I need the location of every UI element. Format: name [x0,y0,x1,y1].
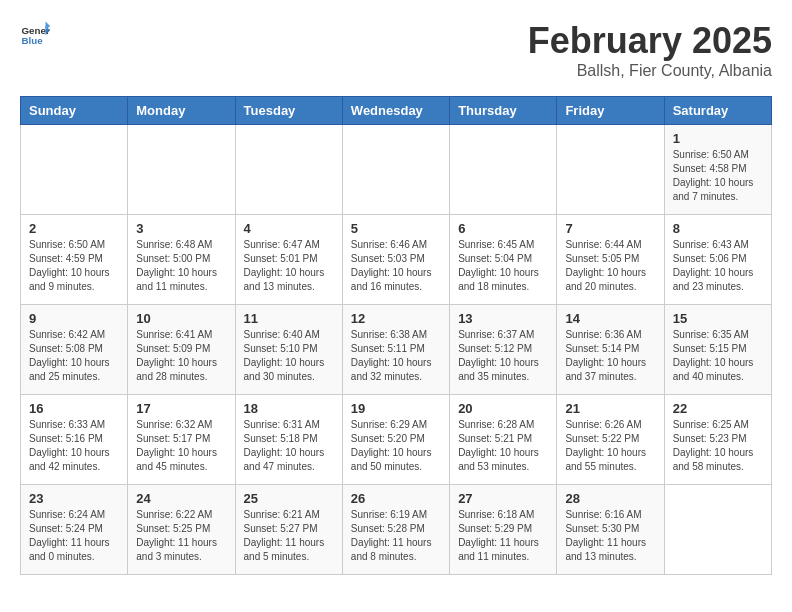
calendar-subtitle: Ballsh, Fier County, Albania [528,62,772,80]
day-number: 25 [244,491,334,506]
header-thursday: Thursday [450,97,557,125]
day-info: Sunrise: 6:24 AM Sunset: 5:24 PM Dayligh… [29,508,119,564]
day-info: Sunrise: 6:21 AM Sunset: 5:27 PM Dayligh… [244,508,334,564]
day-number: 11 [244,311,334,326]
table-row [450,125,557,215]
table-row: 1Sunrise: 6:50 AM Sunset: 4:58 PM Daylig… [664,125,771,215]
day-info: Sunrise: 6:22 AM Sunset: 5:25 PM Dayligh… [136,508,226,564]
weekday-header-row: Sunday Monday Tuesday Wednesday Thursday… [21,97,772,125]
page-header: General Blue February 2025 Ballsh, Fier … [20,20,772,80]
day-info: Sunrise: 6:25 AM Sunset: 5:23 PM Dayligh… [673,418,763,474]
header-friday: Friday [557,97,664,125]
day-number: 14 [565,311,655,326]
table-row: 6Sunrise: 6:45 AM Sunset: 5:04 PM Daylig… [450,215,557,305]
week-row-1: 2Sunrise: 6:50 AM Sunset: 4:59 PM Daylig… [21,215,772,305]
header-saturday: Saturday [664,97,771,125]
table-row: 23Sunrise: 6:24 AM Sunset: 5:24 PM Dayli… [21,485,128,575]
day-info: Sunrise: 6:35 AM Sunset: 5:15 PM Dayligh… [673,328,763,384]
table-row: 22Sunrise: 6:25 AM Sunset: 5:23 PM Dayli… [664,395,771,485]
day-info: Sunrise: 6:32 AM Sunset: 5:17 PM Dayligh… [136,418,226,474]
table-row: 16Sunrise: 6:33 AM Sunset: 5:16 PM Dayli… [21,395,128,485]
table-row: 2Sunrise: 6:50 AM Sunset: 4:59 PM Daylig… [21,215,128,305]
calendar-table: Sunday Monday Tuesday Wednesday Thursday… [20,96,772,575]
table-row [557,125,664,215]
table-row: 15Sunrise: 6:35 AM Sunset: 5:15 PM Dayli… [664,305,771,395]
table-row: 9Sunrise: 6:42 AM Sunset: 5:08 PM Daylig… [21,305,128,395]
table-row: 26Sunrise: 6:19 AM Sunset: 5:28 PM Dayli… [342,485,449,575]
table-row [21,125,128,215]
logo: General Blue [20,20,50,50]
table-row: 27Sunrise: 6:18 AM Sunset: 5:29 PM Dayli… [450,485,557,575]
day-number: 1 [673,131,763,146]
table-row: 7Sunrise: 6:44 AM Sunset: 5:05 PM Daylig… [557,215,664,305]
table-row: 24Sunrise: 6:22 AM Sunset: 5:25 PM Dayli… [128,485,235,575]
table-row: 19Sunrise: 6:29 AM Sunset: 5:20 PM Dayli… [342,395,449,485]
table-row: 3Sunrise: 6:48 AM Sunset: 5:00 PM Daylig… [128,215,235,305]
day-number: 24 [136,491,226,506]
day-number: 4 [244,221,334,236]
day-info: Sunrise: 6:47 AM Sunset: 5:01 PM Dayligh… [244,238,334,294]
table-row [235,125,342,215]
day-info: Sunrise: 6:18 AM Sunset: 5:29 PM Dayligh… [458,508,548,564]
table-row: 13Sunrise: 6:37 AM Sunset: 5:12 PM Dayli… [450,305,557,395]
calendar-title: February 2025 [528,20,772,62]
table-row: 21Sunrise: 6:26 AM Sunset: 5:22 PM Dayli… [557,395,664,485]
day-info: Sunrise: 6:36 AM Sunset: 5:14 PM Dayligh… [565,328,655,384]
day-number: 10 [136,311,226,326]
day-number: 20 [458,401,548,416]
week-row-3: 16Sunrise: 6:33 AM Sunset: 5:16 PM Dayli… [21,395,772,485]
table-row: 5Sunrise: 6:46 AM Sunset: 5:03 PM Daylig… [342,215,449,305]
day-number: 12 [351,311,441,326]
table-row [128,125,235,215]
table-row: 17Sunrise: 6:32 AM Sunset: 5:17 PM Dayli… [128,395,235,485]
day-info: Sunrise: 6:42 AM Sunset: 5:08 PM Dayligh… [29,328,119,384]
day-number: 3 [136,221,226,236]
day-number: 23 [29,491,119,506]
day-number: 22 [673,401,763,416]
week-row-4: 23Sunrise: 6:24 AM Sunset: 5:24 PM Dayli… [21,485,772,575]
day-info: Sunrise: 6:45 AM Sunset: 5:04 PM Dayligh… [458,238,548,294]
table-row: 10Sunrise: 6:41 AM Sunset: 5:09 PM Dayli… [128,305,235,395]
table-row [342,125,449,215]
day-number: 15 [673,311,763,326]
day-number: 18 [244,401,334,416]
day-number: 17 [136,401,226,416]
day-info: Sunrise: 6:28 AM Sunset: 5:21 PM Dayligh… [458,418,548,474]
table-row: 25Sunrise: 6:21 AM Sunset: 5:27 PM Dayli… [235,485,342,575]
day-number: 13 [458,311,548,326]
header-tuesday: Tuesday [235,97,342,125]
day-info: Sunrise: 6:31 AM Sunset: 5:18 PM Dayligh… [244,418,334,474]
table-row: 8Sunrise: 6:43 AM Sunset: 5:06 PM Daylig… [664,215,771,305]
day-number: 2 [29,221,119,236]
header-monday: Monday [128,97,235,125]
day-info: Sunrise: 6:48 AM Sunset: 5:00 PM Dayligh… [136,238,226,294]
day-info: Sunrise: 6:37 AM Sunset: 5:12 PM Dayligh… [458,328,548,384]
day-number: 8 [673,221,763,236]
day-info: Sunrise: 6:26 AM Sunset: 5:22 PM Dayligh… [565,418,655,474]
day-info: Sunrise: 6:19 AM Sunset: 5:28 PM Dayligh… [351,508,441,564]
header-wednesday: Wednesday [342,97,449,125]
table-row: 28Sunrise: 6:16 AM Sunset: 5:30 PM Dayli… [557,485,664,575]
day-info: Sunrise: 6:29 AM Sunset: 5:20 PM Dayligh… [351,418,441,474]
day-number: 5 [351,221,441,236]
day-info: Sunrise: 6:46 AM Sunset: 5:03 PM Dayligh… [351,238,441,294]
day-info: Sunrise: 6:44 AM Sunset: 5:05 PM Dayligh… [565,238,655,294]
day-info: Sunrise: 6:40 AM Sunset: 5:10 PM Dayligh… [244,328,334,384]
table-row: 4Sunrise: 6:47 AM Sunset: 5:01 PM Daylig… [235,215,342,305]
table-row [664,485,771,575]
table-row: 20Sunrise: 6:28 AM Sunset: 5:21 PM Dayli… [450,395,557,485]
day-info: Sunrise: 6:50 AM Sunset: 4:58 PM Dayligh… [673,148,763,204]
day-info: Sunrise: 6:38 AM Sunset: 5:11 PM Dayligh… [351,328,441,384]
day-number: 19 [351,401,441,416]
day-number: 6 [458,221,548,236]
table-row: 11Sunrise: 6:40 AM Sunset: 5:10 PM Dayli… [235,305,342,395]
day-info: Sunrise: 6:33 AM Sunset: 5:16 PM Dayligh… [29,418,119,474]
table-row: 18Sunrise: 6:31 AM Sunset: 5:18 PM Dayli… [235,395,342,485]
table-row: 12Sunrise: 6:38 AM Sunset: 5:11 PM Dayli… [342,305,449,395]
day-number: 21 [565,401,655,416]
header-sunday: Sunday [21,97,128,125]
day-info: Sunrise: 6:50 AM Sunset: 4:59 PM Dayligh… [29,238,119,294]
week-row-0: 1Sunrise: 6:50 AM Sunset: 4:58 PM Daylig… [21,125,772,215]
day-info: Sunrise: 6:41 AM Sunset: 5:09 PM Dayligh… [136,328,226,384]
day-number: 9 [29,311,119,326]
